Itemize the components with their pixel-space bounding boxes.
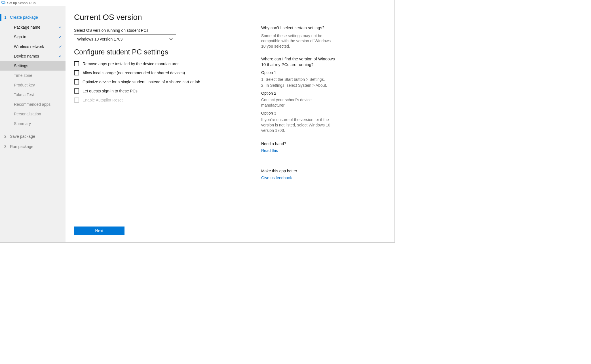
help-read-this-link[interactable]: Read this bbox=[261, 148, 278, 153]
check-icon: ✓ bbox=[59, 54, 62, 58]
sidebar-item-label: Package name bbox=[14, 25, 40, 29]
app-icon bbox=[1, 1, 6, 5]
sidebar-item-device-names[interactable]: Device names ✓ bbox=[0, 51, 66, 61]
sidebar-item-recommended-apps[interactable]: Recommended apps bbox=[0, 100, 66, 109]
sidebar: 1 Create package Package name ✓ Sign-in … bbox=[0, 6, 66, 242]
step-create-package[interactable]: 1 Create package bbox=[0, 12, 66, 22]
option-guest-signin[interactable]: Let guests sign-in to these PCs bbox=[74, 88, 244, 94]
heading-configure-settings: Configure student PC settings bbox=[74, 48, 244, 56]
sidebar-item-label: Time zone bbox=[14, 73, 32, 78]
help-better-title: Make this app better bbox=[261, 169, 335, 173]
os-select-label: Select OS version running on student PCs bbox=[74, 28, 244, 33]
step-label: Save package bbox=[10, 134, 35, 139]
help-opt2-title: Option 2 bbox=[261, 91, 335, 96]
next-button[interactable]: Next bbox=[74, 227, 124, 235]
sidebar-item-label: Settings bbox=[14, 64, 28, 68]
help-opt3-title: Option 3 bbox=[261, 111, 335, 115]
option-label: Let guests sign-in to these PCs bbox=[83, 89, 138, 93]
help-feedback-link[interactable]: Give us feedback bbox=[261, 175, 292, 180]
sidebar-item-product-key[interactable]: Product key bbox=[0, 80, 66, 90]
check-icon: ✓ bbox=[59, 44, 62, 49]
checkbox[interactable] bbox=[74, 61, 79, 66]
sidebar-item-take-a-test[interactable]: Take a Test bbox=[0, 90, 66, 100]
sidebar-item-label: Product key bbox=[14, 83, 35, 87]
sidebar-item-label: Personalization bbox=[14, 112, 41, 116]
sidebar-item-label: Take a Test bbox=[14, 92, 34, 97]
sidebar-item-summary[interactable]: Summary bbox=[0, 119, 66, 128]
step-number: 1 bbox=[3, 15, 10, 20]
option-label: Remove apps pre-installed by the device … bbox=[83, 62, 179, 66]
svg-rect-1 bbox=[2, 3, 4, 4]
sidebar-item-sign-in[interactable]: Sign-in ✓ bbox=[0, 32, 66, 42]
heading-current-os: Current OS version bbox=[74, 13, 244, 22]
step-number: 2 bbox=[3, 134, 10, 139]
checkbox bbox=[74, 98, 79, 103]
titlebar: Set up School PCs bbox=[0, 0, 394, 6]
step-number: 3 bbox=[3, 144, 10, 149]
sidebar-item-label: Summary bbox=[14, 121, 31, 126]
check-icon: ✓ bbox=[59, 25, 62, 29]
sidebar-item-settings[interactable]: Settings bbox=[0, 61, 66, 71]
option-label: Enable Autopilot Reset bbox=[83, 98, 123, 102]
help-q1: Why can't I select certain settings? bbox=[261, 25, 335, 31]
help-a1: Some of these settings may not be compat… bbox=[261, 33, 335, 49]
help-need-title: Need a hand? bbox=[261, 141, 335, 146]
option-label: Allow local storage (not recommended for… bbox=[83, 71, 185, 75]
option-autopilot-reset: Enable Autopilot Reset bbox=[74, 98, 244, 103]
step-save-package[interactable]: 2 Save package bbox=[0, 131, 66, 141]
checkbox[interactable] bbox=[74, 88, 79, 94]
sidebar-item-time-zone[interactable]: Time zone bbox=[0, 71, 66, 80]
check-icon: ✓ bbox=[59, 35, 62, 39]
sidebar-item-label: Recommended apps bbox=[14, 102, 50, 107]
sidebar-item-personalization[interactable]: Personalization bbox=[0, 109, 66, 119]
option-optimize-single-student[interactable]: Optimize device for a single student, in… bbox=[74, 79, 244, 84]
help-panel: Why can't I select certain settings? Som… bbox=[261, 13, 335, 237]
window-title: Set up School PCs bbox=[7, 1, 36, 5]
main-content: Current OS version Select OS version run… bbox=[74, 13, 244, 237]
checkbox[interactable] bbox=[74, 70, 79, 75]
sidebar-item-label: Device names bbox=[14, 54, 39, 58]
sidebar-item-label: Sign-in bbox=[14, 35, 26, 39]
help-opt2-text: Contact your school's device manufacture… bbox=[261, 97, 335, 108]
os-version-select[interactable]: Windows 10 version 1703 bbox=[74, 34, 176, 44]
step-run-package[interactable]: 3 Run package bbox=[0, 141, 66, 152]
help-opt1-steps: 1. Select the Start button > Settings. 2… bbox=[261, 77, 335, 88]
sidebar-item-package-name[interactable]: Package name ✓ bbox=[0, 22, 66, 32]
os-version-value: Windows 10 version 1703 bbox=[77, 37, 123, 41]
chevron-down-icon bbox=[169, 37, 173, 42]
option-label: Optimize device for a single student, in… bbox=[83, 80, 200, 84]
help-opt3-text: If you're unsure of the version, or if t… bbox=[261, 117, 335, 133]
help-opt1-title: Option 1 bbox=[261, 70, 335, 75]
option-allow-local-storage[interactable]: Allow local storage (not recommended for… bbox=[74, 70, 244, 75]
next-button-label: Next bbox=[95, 228, 104, 233]
sidebar-item-wireless-network[interactable]: Wireless network ✓ bbox=[0, 42, 66, 51]
checkbox[interactable] bbox=[74, 79, 79, 84]
help-q2: Where can I find the version of Windows … bbox=[261, 56, 335, 67]
option-remove-apps[interactable]: Remove apps pre-installed by the device … bbox=[74, 61, 244, 66]
step-label: Run package bbox=[10, 144, 33, 149]
sidebar-item-label: Wireless network bbox=[14, 44, 44, 49]
step-label: Create package bbox=[10, 15, 38, 20]
